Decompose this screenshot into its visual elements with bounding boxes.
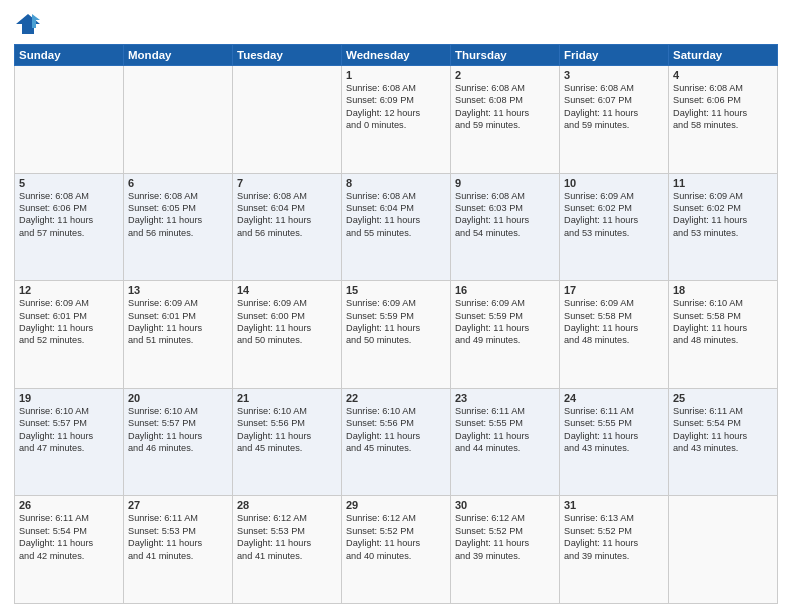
calendar-cell: 21Sunrise: 6:10 AM Sunset: 5:56 PM Dayli… bbox=[233, 388, 342, 496]
day-info: Sunrise: 6:08 AM Sunset: 6:09 PM Dayligh… bbox=[346, 82, 446, 132]
day-number: 15 bbox=[346, 284, 446, 296]
day-number: 18 bbox=[673, 284, 773, 296]
day-info: Sunrise: 6:10 AM Sunset: 5:58 PM Dayligh… bbox=[673, 297, 773, 347]
day-number: 8 bbox=[346, 177, 446, 189]
calendar-cell: 15Sunrise: 6:09 AM Sunset: 5:59 PM Dayli… bbox=[342, 281, 451, 389]
day-number: 23 bbox=[455, 392, 555, 404]
calendar-cell: 2Sunrise: 6:08 AM Sunset: 6:08 PM Daylig… bbox=[451, 66, 560, 174]
calendar-cell: 29Sunrise: 6:12 AM Sunset: 5:52 PM Dayli… bbox=[342, 496, 451, 604]
calendar-page: SundayMondayTuesdayWednesdayThursdayFrid… bbox=[0, 0, 792, 612]
day-info: Sunrise: 6:08 AM Sunset: 6:04 PM Dayligh… bbox=[237, 190, 337, 240]
svg-marker-1 bbox=[32, 14, 40, 28]
day-number: 28 bbox=[237, 499, 337, 511]
day-info: Sunrise: 6:13 AM Sunset: 5:52 PM Dayligh… bbox=[564, 512, 664, 562]
day-number: 6 bbox=[128, 177, 228, 189]
day-info: Sunrise: 6:10 AM Sunset: 5:56 PM Dayligh… bbox=[346, 405, 446, 455]
day-number: 29 bbox=[346, 499, 446, 511]
calendar-cell: 12Sunrise: 6:09 AM Sunset: 6:01 PM Dayli… bbox=[15, 281, 124, 389]
calendar-cell bbox=[15, 66, 124, 174]
calendar-cell: 30Sunrise: 6:12 AM Sunset: 5:52 PM Dayli… bbox=[451, 496, 560, 604]
day-info: Sunrise: 6:10 AM Sunset: 5:56 PM Dayligh… bbox=[237, 405, 337, 455]
logo-icon bbox=[14, 10, 42, 38]
day-number: 12 bbox=[19, 284, 119, 296]
day-info: Sunrise: 6:09 AM Sunset: 6:02 PM Dayligh… bbox=[673, 190, 773, 240]
day-number: 5 bbox=[19, 177, 119, 189]
day-number: 14 bbox=[237, 284, 337, 296]
day-number: 7 bbox=[237, 177, 337, 189]
calendar-cell: 20Sunrise: 6:10 AM Sunset: 5:57 PM Dayli… bbox=[124, 388, 233, 496]
calendar-header: SundayMondayTuesdayWednesdayThursdayFrid… bbox=[15, 45, 778, 66]
calendar-cell: 7Sunrise: 6:08 AM Sunset: 6:04 PM Daylig… bbox=[233, 173, 342, 281]
day-info: Sunrise: 6:12 AM Sunset: 5:52 PM Dayligh… bbox=[455, 512, 555, 562]
day-info: Sunrise: 6:11 AM Sunset: 5:55 PM Dayligh… bbox=[455, 405, 555, 455]
day-info: Sunrise: 6:08 AM Sunset: 6:04 PM Dayligh… bbox=[346, 190, 446, 240]
calendar-week-2: 5Sunrise: 6:08 AM Sunset: 6:06 PM Daylig… bbox=[15, 173, 778, 281]
day-number: 22 bbox=[346, 392, 446, 404]
day-info: Sunrise: 6:08 AM Sunset: 6:07 PM Dayligh… bbox=[564, 82, 664, 132]
calendar-cell: 6Sunrise: 6:08 AM Sunset: 6:05 PM Daylig… bbox=[124, 173, 233, 281]
calendar-cell: 9Sunrise: 6:08 AM Sunset: 6:03 PM Daylig… bbox=[451, 173, 560, 281]
day-info: Sunrise: 6:09 AM Sunset: 5:59 PM Dayligh… bbox=[346, 297, 446, 347]
calendar-cell: 8Sunrise: 6:08 AM Sunset: 6:04 PM Daylig… bbox=[342, 173, 451, 281]
day-info: Sunrise: 6:08 AM Sunset: 6:06 PM Dayligh… bbox=[673, 82, 773, 132]
calendar-table: SundayMondayTuesdayWednesdayThursdayFrid… bbox=[14, 44, 778, 604]
calendar-cell: 22Sunrise: 6:10 AM Sunset: 5:56 PM Dayli… bbox=[342, 388, 451, 496]
day-info: Sunrise: 6:09 AM Sunset: 6:01 PM Dayligh… bbox=[128, 297, 228, 347]
day-number: 20 bbox=[128, 392, 228, 404]
calendar-cell: 28Sunrise: 6:12 AM Sunset: 5:53 PM Dayli… bbox=[233, 496, 342, 604]
day-info: Sunrise: 6:10 AM Sunset: 5:57 PM Dayligh… bbox=[128, 405, 228, 455]
calendar-cell: 13Sunrise: 6:09 AM Sunset: 6:01 PM Dayli… bbox=[124, 281, 233, 389]
calendar-cell bbox=[124, 66, 233, 174]
day-info: Sunrise: 6:08 AM Sunset: 6:05 PM Dayligh… bbox=[128, 190, 228, 240]
calendar-cell: 26Sunrise: 6:11 AM Sunset: 5:54 PM Dayli… bbox=[15, 496, 124, 604]
day-number: 26 bbox=[19, 499, 119, 511]
weekday-row: SundayMondayTuesdayWednesdayThursdayFrid… bbox=[15, 45, 778, 66]
day-info: Sunrise: 6:11 AM Sunset: 5:53 PM Dayligh… bbox=[128, 512, 228, 562]
weekday-header-monday: Monday bbox=[124, 45, 233, 66]
day-info: Sunrise: 6:09 AM Sunset: 6:02 PM Dayligh… bbox=[564, 190, 664, 240]
day-info: Sunrise: 6:11 AM Sunset: 5:54 PM Dayligh… bbox=[673, 405, 773, 455]
calendar-cell: 27Sunrise: 6:11 AM Sunset: 5:53 PM Dayli… bbox=[124, 496, 233, 604]
day-info: Sunrise: 6:12 AM Sunset: 5:53 PM Dayligh… bbox=[237, 512, 337, 562]
day-number: 3 bbox=[564, 69, 664, 81]
day-number: 21 bbox=[237, 392, 337, 404]
weekday-header-wednesday: Wednesday bbox=[342, 45, 451, 66]
calendar-cell: 23Sunrise: 6:11 AM Sunset: 5:55 PM Dayli… bbox=[451, 388, 560, 496]
svg-marker-0 bbox=[16, 14, 40, 34]
calendar-cell: 18Sunrise: 6:10 AM Sunset: 5:58 PM Dayli… bbox=[669, 281, 778, 389]
calendar-body: 1Sunrise: 6:08 AM Sunset: 6:09 PM Daylig… bbox=[15, 66, 778, 604]
day-number: 25 bbox=[673, 392, 773, 404]
calendar-week-1: 1Sunrise: 6:08 AM Sunset: 6:09 PM Daylig… bbox=[15, 66, 778, 174]
day-number: 31 bbox=[564, 499, 664, 511]
weekday-header-tuesday: Tuesday bbox=[233, 45, 342, 66]
calendar-cell: 4Sunrise: 6:08 AM Sunset: 6:06 PM Daylig… bbox=[669, 66, 778, 174]
calendar-cell: 1Sunrise: 6:08 AM Sunset: 6:09 PM Daylig… bbox=[342, 66, 451, 174]
day-number: 4 bbox=[673, 69, 773, 81]
day-info: Sunrise: 6:08 AM Sunset: 6:08 PM Dayligh… bbox=[455, 82, 555, 132]
calendar-cell: 3Sunrise: 6:08 AM Sunset: 6:07 PM Daylig… bbox=[560, 66, 669, 174]
day-number: 19 bbox=[19, 392, 119, 404]
calendar-cell: 19Sunrise: 6:10 AM Sunset: 5:57 PM Dayli… bbox=[15, 388, 124, 496]
day-info: Sunrise: 6:11 AM Sunset: 5:55 PM Dayligh… bbox=[564, 405, 664, 455]
day-number: 11 bbox=[673, 177, 773, 189]
calendar-cell: 24Sunrise: 6:11 AM Sunset: 5:55 PM Dayli… bbox=[560, 388, 669, 496]
weekday-header-saturday: Saturday bbox=[669, 45, 778, 66]
day-info: Sunrise: 6:08 AM Sunset: 6:06 PM Dayligh… bbox=[19, 190, 119, 240]
day-number: 9 bbox=[455, 177, 555, 189]
calendar-cell bbox=[669, 496, 778, 604]
weekday-header-friday: Friday bbox=[560, 45, 669, 66]
calendar-week-3: 12Sunrise: 6:09 AM Sunset: 6:01 PM Dayli… bbox=[15, 281, 778, 389]
calendar-cell: 16Sunrise: 6:09 AM Sunset: 5:59 PM Dayli… bbox=[451, 281, 560, 389]
day-info: Sunrise: 6:09 AM Sunset: 6:01 PM Dayligh… bbox=[19, 297, 119, 347]
day-number: 24 bbox=[564, 392, 664, 404]
day-number: 13 bbox=[128, 284, 228, 296]
calendar-cell: 5Sunrise: 6:08 AM Sunset: 6:06 PM Daylig… bbox=[15, 173, 124, 281]
day-number: 16 bbox=[455, 284, 555, 296]
day-info: Sunrise: 6:09 AM Sunset: 5:58 PM Dayligh… bbox=[564, 297, 664, 347]
calendar-week-5: 26Sunrise: 6:11 AM Sunset: 5:54 PM Dayli… bbox=[15, 496, 778, 604]
day-number: 2 bbox=[455, 69, 555, 81]
calendar-cell: 10Sunrise: 6:09 AM Sunset: 6:02 PM Dayli… bbox=[560, 173, 669, 281]
weekday-header-sunday: Sunday bbox=[15, 45, 124, 66]
day-info: Sunrise: 6:09 AM Sunset: 6:00 PM Dayligh… bbox=[237, 297, 337, 347]
calendar-cell: 17Sunrise: 6:09 AM Sunset: 5:58 PM Dayli… bbox=[560, 281, 669, 389]
